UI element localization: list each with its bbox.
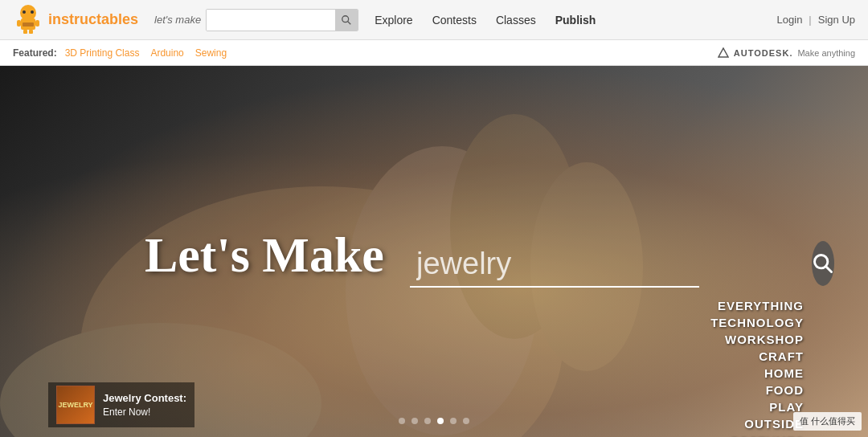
contest-text: Jewelry Contest: Enter Now! — [103, 391, 186, 419]
header: instructables let's make Explore Contest… — [0, 0, 868, 40]
carousel-dot-2[interactable] — [411, 418, 418, 424]
autodesk-area: AUTODESK. Make anything — [718, 47, 855, 59]
svg-point-9 — [342, 15, 349, 22]
carousel-dot-1[interactable] — [399, 418, 405, 424]
hero-search-input[interactable] — [410, 243, 804, 284]
hero-lets-make: Let's Make — [145, 227, 384, 284]
carousel-dot-5[interactable] — [450, 418, 457, 424]
autodesk-logo: AUTODESK. — [734, 48, 793, 58]
hero-search-container[interactable] — [410, 241, 699, 288]
featured-link-sewing[interactable]: Sewing — [195, 47, 227, 59]
category-technology[interactable]: TECHNOLOGY — [710, 316, 804, 329]
auth-divider: | — [809, 14, 811, 26]
category-list: EVERYTHING TECHNOLOGY WORKSHOP CRAFT HOM… — [710, 299, 804, 437]
category-food[interactable]: FOOD — [766, 383, 804, 397]
nav-explore[interactable]: Explore — [375, 14, 412, 27]
svg-point-1 — [23, 10, 26, 14]
login-link[interactable]: Login — [777, 14, 803, 26]
hero-search-icon — [812, 252, 834, 275]
carousel-dot-3[interactable] — [424, 418, 431, 424]
nav-classes[interactable]: Classes — [496, 14, 536, 27]
signup-link[interactable]: Sign Up — [818, 14, 855, 26]
contest-cta: Enter Now! — [103, 406, 150, 418]
nav-publish[interactable]: Publish — [555, 14, 596, 27]
logo-text: instructables — [48, 11, 138, 28]
svg-point-2 — [31, 10, 34, 14]
svg-rect-5 — [35, 20, 39, 27]
logo-robot-icon — [13, 5, 43, 35]
header-search-box[interactable] — [206, 9, 358, 31]
category-home[interactable]: HOME — [764, 366, 804, 380]
category-costumes[interactable]: COSTUMES — [729, 434, 804, 437]
svg-rect-6 — [23, 30, 27, 34]
nav-contests[interactable]: Contests — [432, 14, 477, 27]
hero-section: Let's Make EVERYTHING TECHNOLOGY WORKSHO… — [0, 66, 868, 437]
svg-rect-7 — [29, 30, 33, 34]
featured-link-arduino[interactable]: Arduino — [150, 47, 183, 59]
contest-title: Jewelry Contest: — [103, 391, 186, 406]
hero-search-button[interactable] — [812, 241, 834, 286]
carousel-dot-6[interactable] — [463, 418, 469, 424]
carousel-dot-4[interactable] — [437, 418, 444, 424]
autodesk-tagline: Make anything — [797, 48, 855, 58]
featured-label: Featured: — [13, 47, 57, 59]
category-craft[interactable]: CRAFT — [759, 349, 804, 363]
main-nav: Explore Contests Classes Publish — [375, 14, 596, 27]
category-workshop[interactable]: WORKSHOP — [725, 333, 804, 346]
auth-links: Login | Sign Up — [777, 14, 855, 26]
carousel-dots — [399, 418, 469, 424]
autodesk-icon — [718, 47, 729, 59]
search-input[interactable] — [207, 10, 335, 31]
search-button[interactable] — [335, 10, 358, 31]
category-everything[interactable]: EVERYTHING — [718, 299, 804, 312]
contest-thumbnail: JEWELRY — [56, 386, 95, 424]
watermark: 值 什么值得买 — [793, 412, 862, 431]
featured-bar: Featured: 3D Printing Class Arduino Sewi… — [0, 40, 868, 66]
svg-line-18 — [826, 267, 832, 272]
svg-line-10 — [348, 21, 351, 24]
lets-make-label: let's make — [154, 14, 201, 26]
contest-banner[interactable]: JEWELRY Jewelry Contest: Enter Now! — [48, 382, 194, 427]
svg-rect-4 — [17, 20, 21, 27]
svg-rect-8 — [23, 22, 34, 27]
svg-marker-11 — [719, 48, 728, 57]
logo-area[interactable]: instructables — [13, 5, 138, 35]
featured-link-3d[interactable]: 3D Printing Class — [65, 47, 140, 59]
